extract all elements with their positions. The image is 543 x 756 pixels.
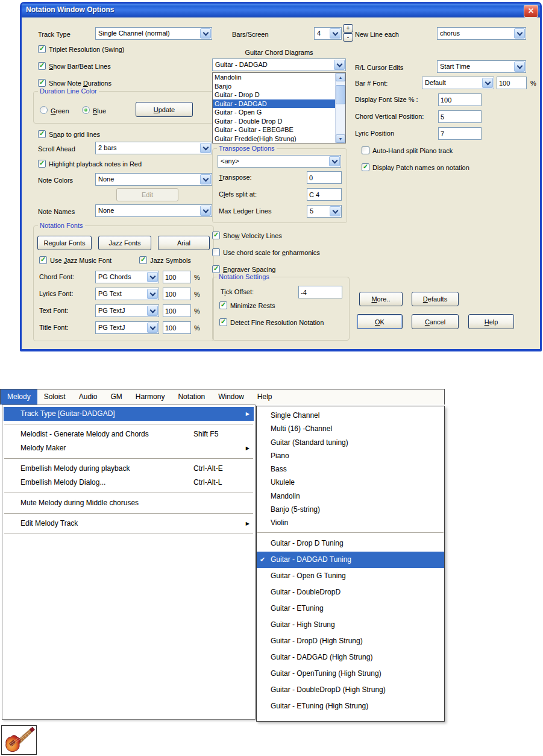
menubar-item-harmony[interactable]: Harmony	[129, 389, 172, 405]
bars-screen-select[interactable]: 4	[314, 27, 342, 40]
scroll-up-icon[interactable]: ▲	[336, 73, 345, 81]
title-font-select[interactable]: PG TextJ	[95, 321, 159, 334]
submenu-item[interactable]: Guitar - DropD (High Strung)	[257, 633, 444, 649]
menu-item-embellish-playback[interactable]: Embellish Melody during playback Ctrl-Al…	[4, 462, 254, 476]
list-item[interactable]: Banjo	[213, 82, 336, 91]
menubar-item-window[interactable]: Window	[212, 389, 251, 405]
new-line-each-select[interactable]: chorus	[437, 27, 526, 40]
checkbox[interactable]: ✓	[139, 256, 147, 264]
submenu-item[interactable]: Guitar - ETuning (High Strung)	[257, 698, 444, 714]
scrollbar[interactable]: ▲ ▼	[335, 73, 345, 143]
checkbox[interactable]: ✓	[39, 256, 47, 264]
menu-item-track-type[interactable]: Track Type [Guitar-DADGAD] ▶	[4, 407, 254, 421]
menubar-item-audio[interactable]: Audio	[72, 389, 104, 405]
chevron-down-icon[interactable]	[200, 206, 211, 216]
more-button[interactable]: More..	[359, 292, 403, 306]
menubar-item-melody[interactable]: Melody	[1, 389, 37, 405]
menubar-item-gm[interactable]: GM	[104, 389, 128, 405]
regular-fonts-button[interactable]: Regular Fonts	[37, 236, 92, 250]
chevron-down-icon[interactable]	[200, 143, 211, 153]
chevron-down-icon[interactable]	[329, 156, 340, 166]
scrollbar-thumb[interactable]	[336, 85, 345, 104]
chevron-down-icon[interactable]	[200, 28, 211, 39]
submenu-item[interactable]: Bass	[257, 462, 444, 476]
list-item[interactable]: Guitar Freddie(High Strung)	[213, 134, 336, 143]
chevron-down-icon[interactable]	[514, 61, 525, 72]
max-ledger-select[interactable]: 5	[307, 205, 342, 218]
checkbox[interactable]: ✓	[38, 79, 46, 87]
bars-decrement-button[interactable]: -	[343, 33, 353, 42]
submenu-item[interactable]: Piano	[257, 449, 444, 462]
submenu-item[interactable]: Guitar - DoubleDropD	[257, 584, 444, 600]
scrollbar-track[interactable]	[336, 81, 345, 134]
checkbox[interactable]: ✓	[38, 62, 46, 70]
jazz-fonts-button[interactable]: Jazz Fonts	[98, 236, 151, 250]
chevron-down-icon[interactable]	[147, 289, 158, 299]
help-button[interactable]: Help	[468, 314, 514, 329]
submenu-item[interactable]: Banjo (5-string)	[257, 503, 444, 516]
submenu-item[interactable]: Guitar - OpenTuning (High Strung)	[257, 666, 444, 682]
menu-item-edit-melody-track[interactable]: Edit Melody Track ▶	[4, 517, 254, 531]
text-font-select[interactable]: PG TextJ	[95, 304, 159, 317]
scroll-ahead-select[interactable]: 2 bars	[95, 142, 212, 154]
chevron-down-icon[interactable]	[482, 78, 493, 88]
rl-cursor-edits-select[interactable]: Start Time	[437, 60, 526, 73]
text-font-size-input[interactable]	[163, 304, 191, 317]
checkbox[interactable]: ✓	[212, 232, 220, 239]
menu-item-mute-melody[interactable]: Mute Melody during Middle choruses	[4, 496, 254, 510]
list-item[interactable]: Guitar - Open G	[213, 108, 336, 117]
update-button[interactable]: Update	[136, 102, 193, 117]
checkbox[interactable]: ✓	[219, 301, 227, 309]
scroll-down-icon[interactable]: ▼	[336, 134, 345, 143]
submenu-item[interactable]: Violin	[257, 516, 444, 529]
chevron-down-icon[interactable]	[514, 28, 525, 39]
chevron-down-icon[interactable]	[330, 206, 341, 216]
list-item[interactable]: Guitar - Guitar - EBEG#BE	[213, 125, 336, 134]
submenu-item[interactable]: Guitar (Standard tuning)	[257, 436, 444, 449]
green-radio[interactable]	[40, 106, 48, 114]
chevron-down-icon[interactable]	[200, 174, 211, 184]
title-font-size-input[interactable]	[163, 321, 191, 334]
chord-font-size-input[interactable]	[163, 271, 191, 283]
note-names-select[interactable]: None	[95, 204, 212, 217]
chevron-down-icon[interactable]	[147, 306, 158, 316]
chevron-down-icon[interactable]	[330, 28, 341, 39]
submenu-item[interactable]: Guitar - Drop D Tuning	[257, 535, 444, 552]
checkbox[interactable]	[212, 248, 220, 256]
transpose-any-select[interactable]: <any>	[218, 155, 341, 168]
checkbox[interactable]: ✓	[219, 318, 227, 326]
submenu-item[interactable]: Ukulele	[257, 476, 444, 489]
menubar-item-help[interactable]: Help	[251, 389, 279, 405]
submenu-item[interactable]: Multi (16) -Channel	[257, 422, 444, 435]
chord-font-select[interactable]: PG Chords	[95, 271, 159, 283]
dialog-titlebar[interactable]: Notation Window Options ✕	[22, 4, 540, 17]
menu-item-melodist[interactable]: Melodist - Generate Melody and Chords Sh…	[4, 427, 254, 441]
menubar-item-soloist[interactable]: Soloist	[37, 389, 72, 405]
lyric-position-input[interactable]	[438, 127, 482, 140]
lyrics-font-select[interactable]: PG Text	[95, 288, 159, 300]
blue-radio[interactable]	[82, 106, 90, 114]
list-item[interactable]: Guitar - Double Drop D	[213, 117, 336, 126]
checkbox[interactable]: ✓	[212, 265, 220, 273]
submenu-item[interactable]: Guitar - DADGAD (High Strung)	[257, 649, 444, 666]
list-item[interactable]: Mandolin	[213, 73, 336, 82]
defaults-button[interactable]: Defaults	[412, 292, 459, 306]
checkbox[interactable]: ✓	[38, 45, 46, 53]
guitar-chord-diagrams-select[interactable]: Guitar - DADGAD	[212, 58, 346, 71]
track-type-select[interactable]: Single Channel (normal)	[95, 27, 212, 40]
bar-number-font-select[interactable]: Default	[422, 77, 494, 89]
clefs-split-input[interactable]	[307, 188, 342, 201]
list-item[interactable]: Guitar - Drop D	[213, 90, 336, 99]
chevron-down-icon[interactable]	[334, 60, 345, 70]
list-item-selected[interactable]: Guitar - DADGAD	[213, 99, 336, 109]
note-colors-select[interactable]: None	[95, 173, 212, 186]
menu-item-melody-maker[interactable]: Melody Maker ▶	[4, 441, 254, 455]
submenu-item[interactable]: Guitar - ETuning	[257, 600, 444, 617]
arial-button[interactable]: Arial	[158, 236, 210, 250]
menu-item-embellish-dialog[interactable]: Embellish Melody Dialog... Ctrl-Alt-L	[4, 476, 254, 490]
submenu-item[interactable]: Guitar - Open G Tuning	[257, 568, 444, 584]
ok-button[interactable]: OK	[357, 314, 403, 329]
guitar-icon-button[interactable]	[1, 725, 37, 755]
chevron-down-icon[interactable]	[147, 323, 158, 333]
lyrics-font-size-input[interactable]	[163, 288, 191, 300]
